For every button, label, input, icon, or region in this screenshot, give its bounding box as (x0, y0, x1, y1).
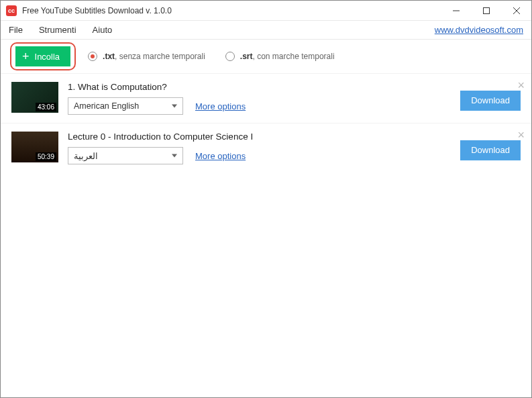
format-radio-group: .txt, senza marche temporali .srt, con m… (88, 52, 334, 61)
menu-bar: File Strumenti Aiuto www.dvdvideosoft.co… (1, 21, 531, 40)
radio-icon (88, 52, 97, 61)
video-duration: 50:39 (36, 152, 56, 161)
language-select[interactable]: العربية (68, 147, 183, 164)
format-option-srt[interactable]: .srt, con marche temporali (225, 52, 335, 61)
download-button[interactable]: Download (460, 91, 521, 111)
video-list: 43:06 1. What is Computation? American E… (1, 73, 531, 397)
paste-button[interactable]: + Incolla (15, 46, 70, 66)
close-button[interactable] (501, 1, 531, 20)
more-options-link[interactable]: More options (195, 151, 246, 161)
more-options-link[interactable]: More options (195, 101, 246, 111)
app-icon: cc (6, 5, 17, 16)
menu-tools[interactable]: Strumenti (39, 25, 76, 35)
radio-icon (225, 52, 235, 61)
video-item: 43:06 1. What is Computation? American E… (1, 73, 531, 123)
video-body: 1. What is Computation? American English… (68, 82, 451, 115)
window-controls (441, 1, 531, 20)
language-select[interactable]: American English (68, 97, 183, 115)
radio-label: .txt, senza marche temporali (103, 52, 205, 61)
video-item: 50:39 Lecture 0 - Introduction to Comput… (1, 123, 531, 172)
radio-label: .srt, con marche temporali (240, 52, 335, 61)
plus-icon: + (22, 50, 30, 62)
video-controls-row: American English More options (68, 97, 451, 115)
video-duration: 43:06 (36, 103, 56, 111)
video-title: Lecture 0 - Introduction to Computer Sci… (68, 132, 451, 142)
app-window: cc Free YouTube Subtitles Download v. 1.… (0, 0, 532, 398)
video-thumbnail[interactable]: 50:39 (11, 132, 58, 162)
video-controls-row: العربية More options (68, 147, 451, 164)
remove-item-icon[interactable]: × (517, 79, 525, 91)
download-button[interactable]: Download (460, 140, 521, 160)
menu-file[interactable]: File (9, 25, 23, 35)
remove-item-icon[interactable]: × (517, 129, 525, 141)
format-option-txt[interactable]: .txt, senza marche temporali (88, 52, 205, 61)
video-body: Lecture 0 - Introduction to Computer Sci… (68, 132, 451, 164)
website-link[interactable]: www.dvdvideosoft.com (435, 25, 523, 35)
title-bar: cc Free YouTube Subtitles Download v. 1.… (1, 1, 531, 21)
minimize-button[interactable] (441, 1, 471, 20)
menu-help[interactable]: Aiuto (93, 25, 113, 35)
video-title: 1. What is Computation? (68, 82, 451, 92)
paste-button-label: Incolla (35, 52, 60, 62)
paste-highlight: + Incolla (10, 42, 76, 70)
toolbar: + Incolla .txt, senza marche temporali .… (1, 40, 531, 73)
svg-rect-1 (483, 7, 489, 13)
video-thumbnail[interactable]: 43:06 (11, 82, 58, 113)
maximize-button[interactable] (471, 1, 501, 20)
window-title: Free YouTube Subtitles Download v. 1.0.0 (22, 6, 441, 15)
